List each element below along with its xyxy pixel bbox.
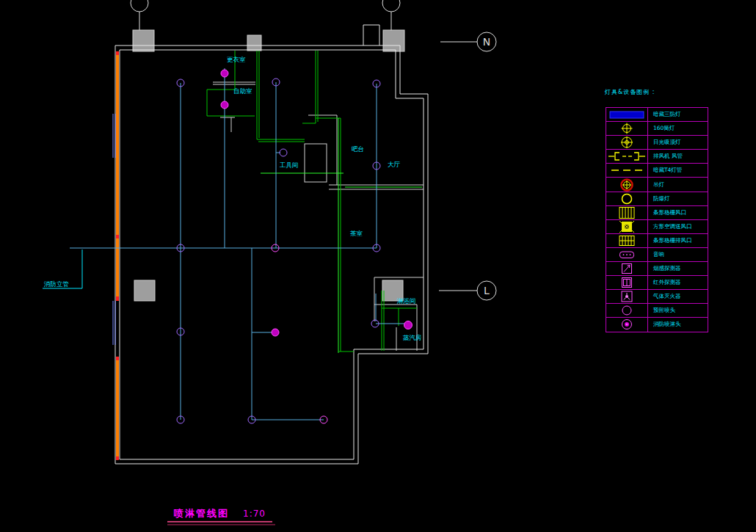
t4-tube-icon (606, 164, 648, 177)
legend-label: 防爆灯 (648, 195, 708, 203)
reserved-sprinkler-icon (606, 304, 648, 317)
legend-row: 暗藏三防灯 (606, 108, 708, 121)
pendant-lamp-icon (606, 178, 648, 191)
legend-label: 暗藏T4灯管 (648, 167, 708, 174)
legend-row: 暗藏T4灯管 (606, 163, 708, 177)
drawing-scale: 1:70 (243, 509, 266, 519)
legend-label: 音响 (648, 251, 708, 258)
smoke-detector-icon (606, 262, 648, 275)
wall-accent-lines (113, 51, 119, 460)
room-label-hall: 大厅 (388, 161, 401, 168)
legend-row: 防爆灯 (606, 192, 708, 205)
legend-label: 吊灯 (648, 181, 708, 189)
legend-label: 气体灭火器 (648, 293, 708, 300)
ceiling-lamp-icon (606, 136, 648, 149)
room-label-dressing-room: 更衣室 (227, 56, 246, 63)
legend-row: 条形格栅风口 (606, 205, 708, 219)
cad-canvas[interactable]: N L (0, 0, 756, 532)
explosionproof-lamp-icon (606, 192, 648, 205)
title-underline (167, 521, 272, 522)
legend-row: 烟感探测器 (606, 261, 708, 275)
green-pipes (207, 51, 422, 353)
legend-row: 排风机 风管 (606, 149, 708, 163)
legend-label: 条形格栅风口 (648, 209, 708, 216)
room-label-shower-room: 淋浴间 (396, 297, 416, 305)
wall-outline (115, 25, 428, 464)
note-fire-riser: 消防立管 (43, 280, 69, 288)
room-label-tea-room: 茶室 (350, 230, 363, 237)
ir-detector-icon (606, 276, 648, 289)
drawing-title: 喷淋管线图 (174, 507, 229, 520)
room-label-tool-room: 工具间 (279, 161, 299, 169)
interior-walls (213, 82, 424, 351)
room-label-self-service: 自助室 (233, 87, 252, 95)
side-marker-letter: L (484, 285, 490, 296)
columns (133, 30, 404, 301)
legend-label: 烟感探测器 (648, 265, 708, 272)
legend-label: 红外探测器 (648, 279, 708, 286)
room-labels: 更衣室 自助室 工具间 吧台 大厅 茶室 淋浴间 蒸汽房 消防立管 (43, 56, 422, 341)
room-label-steam-room: 蒸汽房 (402, 334, 422, 341)
legend-row: 音响 (606, 247, 708, 261)
legend-label: 暗藏三防灯 (648, 111, 708, 118)
legend-row: 吊灯 (606, 177, 708, 191)
room-label-bar-counter: 吧台 (352, 145, 364, 153)
title-underline-shadow (167, 524, 275, 525)
legend-row: 条形格栅排风口 (606, 233, 708, 247)
gas-extinguisher-icon (606, 290, 648, 303)
legend-label: 消防喷淋头 (648, 321, 708, 328)
legend-row: 160筒灯 (606, 121, 708, 135)
square-diffuser-icon (606, 220, 648, 233)
legend-label: 日光吸顶灯 (648, 139, 708, 146)
legend-row: 预留喷头 (606, 303, 708, 317)
linear-grille-icon (606, 206, 648, 219)
grid-bubbles (131, 0, 400, 30)
legend-panel: 暗藏三防灯 160筒灯 日光吸顶灯 (606, 107, 708, 332)
legend-row: 方形空调送风口 (606, 219, 708, 233)
legend-header: 灯具&设备图例 : (605, 88, 655, 96)
speaker-icon (606, 248, 648, 261)
concealed-striplight-icon (606, 108, 648, 121)
sprinkler-head-icon (606, 318, 648, 331)
north-marker-letter: N (483, 36, 490, 48)
waffle-grille-icon (606, 234, 648, 247)
legend-row: 消防喷淋头 (606, 317, 708, 331)
side-marker: L (439, 281, 496, 300)
legend-row: 日光吸顶灯 (606, 135, 708, 149)
legend-label: 预留喷头 (648, 307, 708, 314)
duct-fan-icon (606, 150, 648, 163)
legend-row: 红外探测器 (606, 275, 708, 289)
downlight-160-icon (606, 122, 648, 135)
north-marker: N (440, 32, 496, 51)
legend-label: 方形空调送风口 (648, 223, 708, 230)
legend-row: 气体灭火器 (606, 289, 708, 303)
legend-label: 排风机 风管 (648, 153, 708, 160)
legend-label: 条形格栅排风口 (648, 237, 708, 244)
legend-label: 160筒灯 (648, 125, 708, 132)
